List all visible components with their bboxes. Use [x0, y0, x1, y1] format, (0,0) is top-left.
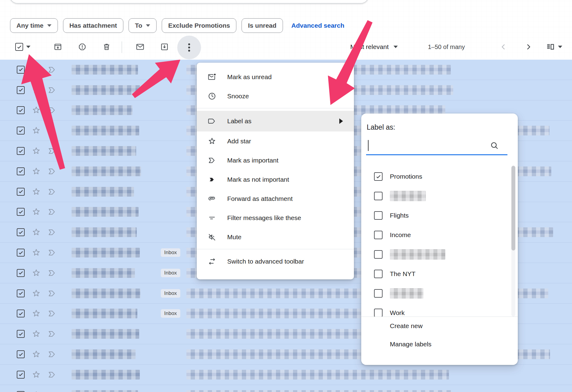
- row-checkbox[interactable]: [17, 310, 25, 317]
- select-all-checkbox[interactable]: [15, 43, 23, 51]
- importance-marker-icon[interactable]: [48, 65, 57, 74]
- pagination-count[interactable]: 1–50 of many: [428, 38, 465, 55]
- sort-dropdown[interactable]: Most relevant: [350, 38, 398, 55]
- more-options-button[interactable]: [177, 36, 201, 59]
- advanced-search-link[interactable]: Advanced search: [291, 22, 344, 29]
- label-option-income[interactable]: Income: [361, 225, 518, 245]
- importance-marker-icon[interactable]: [48, 268, 57, 278]
- label-option-work[interactable]: Work: [361, 303, 518, 317]
- label-checkbox[interactable]: [374, 231, 383, 239]
- star-icon[interactable]: [32, 268, 41, 278]
- importance-marker-icon[interactable]: [48, 329, 57, 338]
- importance-marker-icon[interactable]: [48, 289, 57, 298]
- menu-item-switch-to-advanced-toolbar[interactable]: Switch to advanced toolbar: [197, 252, 354, 271]
- importance-marker-icon[interactable]: [48, 350, 57, 359]
- importance-marker-icon[interactable]: [48, 106, 57, 115]
- split-view-button[interactable]: [546, 40, 562, 54]
- row-checkbox[interactable]: [17, 249, 25, 257]
- row-checkbox[interactable]: [17, 330, 25, 338]
- filter-chip-has-attachment[interactable]: Has attachment: [63, 18, 123, 33]
- menu-item-label-as[interactable]: Label as: [197, 111, 354, 131]
- delete-button[interactable]: [99, 38, 115, 55]
- star-icon[interactable]: [32, 390, 41, 392]
- filter-chip-any-time[interactable]: Any time: [10, 18, 58, 33]
- label-action-create-new[interactable]: Create new: [361, 317, 518, 335]
- star-icon[interactable]: [32, 350, 41, 359]
- label-checkbox[interactable]: [374, 250, 383, 259]
- label-checkbox[interactable]: [374, 172, 383, 181]
- search-bar[interactable]: [9, 0, 369, 4]
- mark-as-read-button[interactable]: [132, 38, 148, 55]
- row-checkbox[interactable]: [17, 167, 25, 175]
- label-option-redacted[interactable]: [361, 284, 518, 303]
- label-checkbox[interactable]: [374, 270, 383, 278]
- email-row[interactable]: [0, 365, 572, 385]
- menu-item-mute[interactable]: Mute: [197, 227, 354, 247]
- label-option-flights[interactable]: Flights: [361, 206, 518, 225]
- star-icon[interactable]: [32, 370, 41, 379]
- menu-item-filter-messages-like-these[interactable]: Filter messages like these: [197, 208, 354, 227]
- newer-page-button[interactable]: [496, 40, 511, 54]
- scrollbar-thumb[interactable]: [511, 166, 515, 250]
- label-checkbox[interactable]: [374, 309, 383, 317]
- star-icon[interactable]: [32, 187, 41, 196]
- star-icon[interactable]: [32, 228, 41, 237]
- report-spam-button[interactable]: [74, 38, 90, 55]
- star-icon[interactable]: [32, 309, 41, 318]
- menu-item-mark-as-important[interactable]: Mark as important: [197, 151, 354, 170]
- importance-marker-icon[interactable]: [48, 228, 57, 237]
- select-caret-icon[interactable]: [26, 46, 30, 48]
- importance-marker-icon[interactable]: [48, 187, 57, 196]
- label-option-promotions[interactable]: Promotions: [361, 167, 518, 186]
- archive-button[interactable]: [50, 38, 66, 55]
- label-search-input[interactable]: [369, 139, 484, 152]
- menu-item-mark-as-unread[interactable]: Mark as unread: [197, 67, 354, 86]
- row-checkbox[interactable]: [17, 289, 25, 297]
- select-all-button[interactable]: [15, 38, 30, 55]
- star-icon[interactable]: [32, 289, 41, 298]
- importance-marker-icon[interactable]: [48, 86, 57, 95]
- older-page-button[interactable]: [521, 40, 536, 54]
- row-checkbox[interactable]: [17, 350, 25, 358]
- row-checkbox[interactable]: [17, 269, 25, 277]
- filter-chip-exclude-promotions[interactable]: Exclude Promotions: [162, 18, 236, 33]
- star-icon[interactable]: [32, 167, 41, 176]
- row-checkbox[interactable]: [17, 127, 25, 135]
- label-option-the-nyt[interactable]: The NYT: [361, 264, 518, 284]
- row-checkbox[interactable]: [17, 106, 25, 114]
- label-checkbox[interactable]: [374, 192, 383, 200]
- label-option-redacted[interactable]: [361, 186, 518, 206]
- star-icon[interactable]: [32, 106, 41, 115]
- row-checkbox[interactable]: [17, 86, 25, 94]
- importance-marker-icon[interactable]: [48, 390, 57, 392]
- star-icon[interactable]: [32, 65, 41, 74]
- label-action-manage-labels[interactable]: Manage labels: [361, 335, 518, 353]
- move-to-button[interactable]: [157, 38, 172, 55]
- label-checkbox[interactable]: [374, 211, 383, 220]
- menu-item-snooze[interactable]: Snooze: [197, 86, 354, 106]
- star-icon[interactable]: [32, 126, 41, 135]
- star-icon[interactable]: [32, 329, 41, 338]
- menu-item-mark-as-not-important[interactable]: Mark as not important: [197, 170, 354, 189]
- importance-marker-icon[interactable]: [48, 207, 57, 216]
- importance-marker-icon[interactable]: [48, 248, 57, 257]
- importance-marker-icon[interactable]: [48, 309, 57, 318]
- importance-marker-icon[interactable]: [48, 146, 57, 156]
- star-icon[interactable]: [32, 207, 41, 216]
- row-checkbox[interactable]: [17, 208, 25, 216]
- row-checkbox[interactable]: [17, 188, 25, 196]
- label-checkbox[interactable]: [374, 289, 383, 298]
- importance-marker-icon[interactable]: [48, 370, 57, 379]
- menu-item-add-star[interactable]: Add star: [197, 131, 354, 151]
- star-icon[interactable]: [32, 146, 41, 156]
- filter-chip-to[interactable]: To: [129, 18, 157, 33]
- importance-marker-icon[interactable]: [48, 167, 57, 176]
- row-checkbox[interactable]: [17, 391, 25, 392]
- row-checkbox[interactable]: [17, 147, 25, 155]
- menu-item-forward-as-attachment[interactable]: Forward as attachment: [197, 189, 354, 208]
- row-checkbox[interactable]: [17, 66, 25, 74]
- importance-marker-icon[interactable]: [48, 126, 57, 135]
- row-checkbox[interactable]: [17, 228, 25, 236]
- row-checkbox[interactable]: [17, 371, 25, 379]
- star-icon[interactable]: [32, 86, 41, 95]
